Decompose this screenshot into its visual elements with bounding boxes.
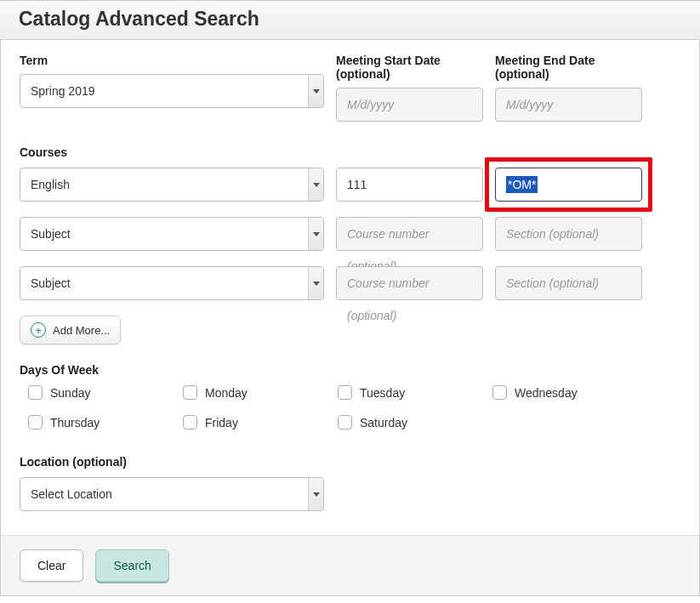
checkbox-icon: [183, 415, 197, 429]
day-label: Saturday: [360, 416, 407, 429]
checkbox-icon: [338, 415, 352, 429]
day-label: Monday: [205, 386, 248, 400]
subject-select-0[interactable]: English: [20, 168, 324, 202]
panel-content: Term Spring 2019 Meeting Start Date (opt…: [1, 40, 699, 535]
meeting-end-col: Meeting End Date (optional) M/d/yyyy: [495, 54, 642, 122]
course-number-input-1[interactable]: Course number (optional): [336, 217, 483, 251]
section-value: *OM*: [506, 176, 538, 193]
row-term-dates: Term Spring 2019 Meeting Start Date (opt…: [20, 54, 680, 122]
add-more-label: Add More...: [53, 324, 110, 337]
course-row-2: Subject Course number (optional) Section…: [20, 266, 680, 300]
meeting-end-label: Meeting End Date (optional): [495, 54, 642, 81]
add-more-button[interactable]: + Add More...: [20, 316, 121, 344]
course-row-0: English 111 *OM*: [20, 168, 680, 202]
days-grid: Sunday Monday Tuesday Wednesday Thursday…: [20, 385, 680, 429]
section-input-2[interactable]: Section (optional): [495, 266, 642, 300]
course-row-1: Subject Course number (optional) Section…: [20, 217, 680, 251]
meeting-start-col: Meeting Start Date (optional) M/d/yyyy: [336, 54, 483, 122]
term-select[interactable]: Spring 2019: [20, 74, 324, 108]
location-value: Select Location: [20, 487, 308, 501]
placeholder-text: M/d/yyyy: [506, 88, 631, 121]
search-button[interactable]: Search: [95, 549, 168, 582]
location-label: Location (optional): [20, 455, 680, 469]
clear-button[interactable]: Clear: [20, 549, 83, 582]
search-panel: Term Spring 2019 Meeting Start Date (opt…: [0, 40, 700, 596]
subject-placeholder: Subject: [20, 276, 308, 290]
plus-icon: +: [31, 322, 46, 338]
location-wrap: Select Location: [20, 477, 324, 511]
term-value: Spring 2019: [20, 84, 308, 98]
day-checkbox-monday[interactable]: Monday: [174, 385, 329, 400]
course-number-input-2[interactable]: Course number (optional): [336, 266, 483, 300]
subject-select-1[interactable]: Subject: [20, 217, 324, 251]
subject-select-2[interactable]: Subject: [20, 266, 324, 300]
day-label: Thursday: [50, 416, 100, 429]
course-number-input-0[interactable]: 111: [336, 168, 483, 202]
day-checkbox-saturday[interactable]: Saturday: [329, 415, 484, 429]
day-label: Tuesday: [360, 386, 405, 400]
term-col: Term Spring 2019: [20, 54, 324, 122]
day-label: Friday: [205, 416, 238, 429]
location-select[interactable]: Select Location: [20, 477, 324, 511]
day-label: Wednesday: [515, 386, 578, 400]
meeting-start-label: Meeting Start Date (optional): [336, 54, 483, 81]
chevron-down-icon: [308, 218, 323, 250]
section-input-1[interactable]: Section (optional): [495, 217, 642, 251]
meeting-end-input[interactable]: M/d/yyyy: [495, 88, 642, 122]
day-label: Sunday: [50, 386, 90, 400]
checkbox-icon: [183, 385, 197, 400]
panel-header: Catalog Advanced Search: [0, 0, 700, 40]
checkbox-icon: [492, 385, 507, 400]
checkbox-icon: [28, 385, 43, 400]
chevron-down-icon: [308, 75, 323, 107]
placeholder-text: Course number (optional): [347, 267, 472, 332]
day-checkbox-sunday[interactable]: Sunday: [20, 385, 174, 400]
page-title: Catalog Advanced Search: [19, 8, 681, 31]
course-number-value: 111: [347, 168, 472, 201]
day-checkbox-thursday[interactable]: Thursday: [20, 415, 174, 429]
days-label: Days Of Week: [20, 363, 680, 377]
subject-placeholder: Subject: [20, 227, 308, 241]
term-label: Term: [20, 54, 324, 67]
placeholder-text: Section (optional): [506, 267, 631, 299]
placeholder-text: M/d/yyyy: [347, 88, 472, 121]
day-checkbox-tuesday[interactable]: Tuesday: [329, 385, 484, 400]
section-input-0[interactable]: *OM*: [495, 168, 642, 202]
placeholder-text: Section (optional): [506, 218, 631, 250]
chevron-down-icon: [308, 267, 323, 299]
checkbox-icon: [28, 415, 43, 429]
footer-bar: Clear Search: [1, 535, 699, 595]
day-checkbox-friday[interactable]: Friday: [174, 415, 329, 429]
day-checkbox-wednesday[interactable]: Wednesday: [484, 385, 639, 400]
chevron-down-icon: [308, 478, 323, 510]
subject-value: English: [20, 178, 308, 191]
checkbox-icon: [338, 385, 352, 400]
chevron-down-icon: [308, 168, 323, 201]
section-highlight-box: *OM*: [485, 157, 652, 212]
meeting-start-input[interactable]: M/d/yyyy: [336, 88, 483, 122]
